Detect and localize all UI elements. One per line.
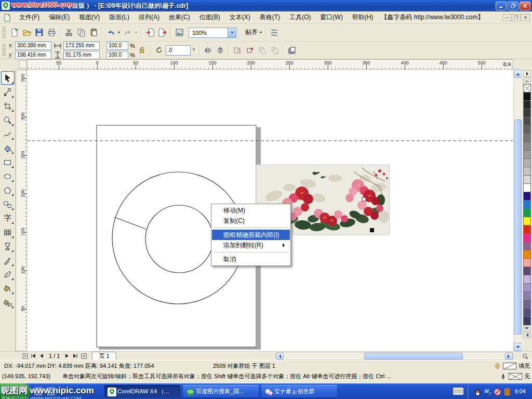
menu-item-5[interactable]: 排列(A): [134, 12, 164, 22]
propbar-grip[interactable]: [2, 44, 6, 57]
color-swatch[interactable]: [523, 317, 531, 325]
menu-item-1[interactable]: 文件(F): [15, 12, 44, 22]
quick-launch-icon-2[interactable]: [47, 387, 55, 395]
color-swatch[interactable]: [523, 92, 531, 101]
lock-ratio-button[interactable]: [136, 44, 149, 57]
interactive-fill-tool[interactable]: [1, 296, 15, 309]
start-button[interactable]: [0, 383, 30, 399]
taskbar-button-1[interactable]: CorelDRAW X4 （...: [104, 385, 180, 397]
outline-pen-tool[interactable]: [1, 268, 15, 281]
snap-menu-label[interactable]: 贴齐: [241, 28, 259, 37]
page-tab[interactable]: 页 1: [92, 352, 116, 360]
remove-frame-button[interactable]: [244, 44, 256, 57]
color-swatch[interactable]: [523, 217, 531, 225]
color-swatch[interactable]: [523, 275, 531, 284]
selection-handle[interactable]: [370, 228, 374, 232]
application-launcher-button[interactable]: [173, 26, 185, 39]
doc-minimize-button[interactable]: —: [502, 14, 511, 21]
shape-tool[interactable]: [1, 85, 15, 99]
color-swatch[interactable]: [523, 209, 531, 217]
table-tool[interactable]: [1, 225, 15, 239]
color-swatch[interactable]: [523, 242, 531, 250]
color-swatch[interactable]: [523, 184, 531, 192]
basic-shapes-tool[interactable]: [1, 197, 15, 211]
zoom-combo-arrow[interactable]: [228, 28, 236, 37]
context-menu-item-4[interactable]: 图框精确剪裁内部(I): [212, 230, 290, 240]
horizontal-scroll-thumb[interactable]: [364, 353, 463, 360]
menu-item-9[interactable]: 表格(T): [255, 12, 285, 22]
previous-page-button[interactable]: [37, 352, 46, 360]
new-button[interactable]: [8, 26, 20, 39]
options-button[interactable]: [268, 26, 281, 39]
text-tool[interactable]: 字: [1, 211, 15, 225]
context-menu-item-5[interactable]: 添加到翻转(R): [212, 240, 290, 250]
paste-button[interactable]: [87, 26, 100, 39]
security-tray-icon[interactable]: [493, 388, 501, 395]
polygon-tool[interactable]: [1, 183, 15, 197]
horizontal-ruler[interactable]: 毫米 50050100150200250300350400450500: [27, 59, 513, 70]
eyedropper-tool[interactable]: [1, 254, 15, 267]
scale-v-field[interactable]: 100.0: [107, 51, 128, 59]
color-swatch[interactable]: [523, 192, 531, 201]
freehand-tool[interactable]: [1, 127, 15, 141]
pc-tray-icon[interactable]: [483, 388, 491, 395]
color-swatch[interactable]: [523, 101, 531, 109]
redo-dropdown-arrow[interactable]: [135, 32, 138, 35]
menu-item-2[interactable]: 编辑(E): [44, 12, 74, 22]
taskbar-button-2[interactable]: 百度图片搜索_国...: [183, 385, 259, 397]
undo-dropdown-arrow[interactable]: [117, 32, 121, 35]
pick-tool[interactable]: [1, 71, 15, 85]
rotation-field[interactable]: .0: [166, 45, 191, 56]
menu-item-11[interactable]: 窗口(W): [315, 12, 347, 22]
scroll-left-button[interactable]: [276, 353, 284, 360]
color-swatch[interactable]: [523, 292, 531, 300]
add-page-start-button[interactable]: [21, 352, 29, 360]
color-swatch[interactable]: [523, 126, 531, 134]
menu-item-7[interactable]: 位图(B): [195, 12, 225, 22]
color-swatch[interactable]: [523, 176, 531, 184]
vertical-scroll-thumb[interactable]: [514, 119, 522, 335]
color-swatch[interactable]: [523, 159, 531, 167]
next-page-button[interactable]: [63, 352, 71, 360]
menu-item-12[interactable]: 帮助(H): [348, 12, 378, 22]
color-swatch[interactable]: [523, 117, 531, 126]
interactive-blend-tool[interactable]: [1, 240, 15, 253]
qq-tray-icon[interactable]: [473, 388, 481, 395]
menu-item-3[interactable]: 视图(V): [74, 12, 104, 22]
mirror-horizontal-button[interactable]: [202, 44, 214, 57]
doc-restore-button[interactable]: ❐: [512, 14, 521, 21]
color-swatch[interactable]: [523, 225, 531, 234]
minimize-button[interactable]: [496, 2, 507, 10]
zoom-level-combo[interactable]: 100%: [189, 28, 236, 38]
fill-tool[interactable]: [1, 282, 15, 295]
close-button[interactable]: [520, 2, 530, 10]
print-button[interactable]: [45, 26, 58, 39]
palette-scroll-down-button[interactable]: [523, 325, 531, 331]
restore-button[interactable]: [508, 2, 518, 10]
navigator-button[interactable]: [521, 352, 530, 360]
menu-item-6[interactable]: 效果(C): [164, 12, 195, 22]
first-page-button[interactable]: [29, 352, 37, 360]
open-button[interactable]: [20, 26, 33, 39]
copy-button[interactable]: [75, 26, 87, 39]
palette-scroll-up-button[interactable]: [523, 77, 531, 84]
color-swatch[interactable]: [523, 300, 531, 309]
context-menu-item-7[interactable]: 取消: [212, 254, 290, 264]
color-swatch[interactable]: [523, 267, 531, 275]
object-y-field[interactable]: 198.416 mm: [15, 51, 51, 59]
context-menu-item-2[interactable]: 复制(C): [212, 216, 290, 226]
mirror-vertical-button[interactable]: [214, 44, 227, 57]
menu-item-4[interactable]: 版面(L): [104, 12, 134, 22]
import-button[interactable]: [143, 26, 156, 39]
color-swatch[interactable]: [523, 151, 531, 159]
last-page-button[interactable]: [71, 352, 79, 360]
object-node-handle[interactable]: [362, 197, 366, 201]
horizontal-scrollbar[interactable]: [275, 352, 513, 360]
export-button[interactable]: [156, 26, 168, 39]
download-tray-icon[interactable]: [503, 388, 511, 395]
input-method-icon[interactable]: [453, 388, 463, 395]
menu-item-8[interactable]: 文本(X): [225, 12, 255, 22]
save-button[interactable]: [33, 26, 45, 39]
menu-item-10[interactable]: 工具(O): [285, 12, 315, 22]
taskbar-button-3[interactable]: 宝ナ彖ぉ创意群: [261, 385, 337, 397]
